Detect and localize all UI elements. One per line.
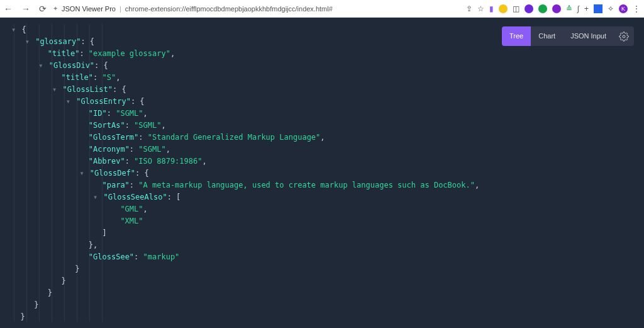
extension-icon: ✦ xyxy=(53,5,58,12)
page-title: JSON Viewer Pro xyxy=(62,5,116,13)
json-string: "example glossary" xyxy=(89,49,170,58)
json-line: "GlossTerm": "Standard Generalized Marku… xyxy=(11,132,639,144)
json-line: ▾ "GlossDiv": { xyxy=(11,60,639,72)
json-key[interactable]: "GlossDiv" xyxy=(49,61,94,70)
json-string: "SGML" xyxy=(116,109,143,118)
json-line: "Acronym": "SGML", xyxy=(11,144,639,156)
browser-toolbar: ← → ⟳ ✦ JSON Viewer Pro | chrome-extensi… xyxy=(0,0,644,18)
json-string: "S" xyxy=(103,73,116,82)
ext-icon-violet-dot[interactable] xyxy=(552,4,561,13)
reload-icon[interactable]: ⟳ xyxy=(39,4,47,13)
json-line: }, xyxy=(11,239,639,251)
extension-tray: ⇪ ☆ ▮ ◫ ≙ ∫ + ✧ K ⋮ xyxy=(466,4,640,13)
json-line: } xyxy=(11,263,639,275)
ext-icon-purple-hex[interactable] xyxy=(525,4,533,13)
json-string: "XML" xyxy=(120,217,143,225)
address-bar[interactable]: ✦ JSON Viewer Pro | chrome-extension://e… xyxy=(53,5,460,13)
svg-point-0 xyxy=(623,35,625,38)
ext-integral-icon[interactable]: ∫ xyxy=(577,4,579,13)
puzzle-icon[interactable]: ✧ xyxy=(608,4,614,13)
json-string: "SGML" xyxy=(138,145,165,154)
address-separator: | xyxy=(119,5,121,13)
json-line: } xyxy=(11,287,639,299)
json-line: ▾ "GlossSeeAlso": [ xyxy=(11,191,639,203)
json-line: } xyxy=(11,275,639,287)
json-line: "ID": "SGML", xyxy=(11,108,639,120)
json-tree: ▾ { ▾ "glossary": { "title": "example gl… xyxy=(11,24,639,323)
collapse-toggle[interactable]: ▾ xyxy=(93,193,97,201)
json-line: "SortAs": "SGML", xyxy=(11,120,639,132)
json-string: "markup" xyxy=(143,252,180,261)
json-key[interactable]: "para" xyxy=(103,181,130,189)
json-line: "para": "A meta-markup language, used to… xyxy=(11,179,639,191)
share-icon[interactable]: ⇪ xyxy=(466,4,472,13)
ext-icon-blue-l[interactable] xyxy=(594,4,602,13)
collapse-toggle[interactable]: ▾ xyxy=(25,37,30,46)
nav-controls: ← → ⟳ xyxy=(4,4,47,13)
tab-tree[interactable]: Tree xyxy=(502,26,531,46)
json-line: ▾ "GlossDef": { xyxy=(11,167,639,179)
json-key[interactable]: "glossary" xyxy=(35,37,80,46)
star-icon[interactable]: ☆ xyxy=(477,4,484,13)
json-line: "GlossSee": "markup" xyxy=(11,251,639,263)
json-line: ▾ "GlossEntry": { xyxy=(11,96,639,108)
json-key[interactable]: "GlossEntry" xyxy=(76,97,131,106)
collapse-toggle[interactable]: ▾ xyxy=(66,97,70,106)
ext-icon-yellow-dot[interactable] xyxy=(499,4,508,13)
ext-plus-icon[interactable]: + xyxy=(584,4,589,13)
json-line: ▾ "GlossList": { xyxy=(11,84,639,96)
json-string: "SGML" xyxy=(134,121,161,130)
ext-purple-bar[interactable]: ▮ xyxy=(489,4,494,13)
json-key[interactable]: "Acronym" xyxy=(89,145,130,154)
json-key[interactable]: "ID" xyxy=(89,109,107,118)
json-line: } xyxy=(11,299,639,311)
url-path: chrome-extension://eifflpmocdbdmepbjaopk… xyxy=(125,5,333,13)
json-string: "Standard Generalized Markup Language" xyxy=(148,133,321,142)
back-icon[interactable]: ← xyxy=(4,4,13,13)
json-key[interactable]: "SortAs" xyxy=(89,121,125,130)
json-line: "Abbrev": "ISO 8879:1986", xyxy=(11,156,639,167)
json-line: "XML" xyxy=(11,215,639,227)
gear-icon xyxy=(619,31,629,42)
json-line: "title": "example glossary", xyxy=(11,48,639,60)
json-key[interactable]: "GlossList" xyxy=(63,85,113,94)
json-key[interactable]: "GlossTerm" xyxy=(89,133,138,142)
tab-chart[interactable]: Chart xyxy=(531,26,563,46)
json-string: "GML" xyxy=(120,205,143,213)
view-mode-tabs: Tree Chart JSON Input xyxy=(502,26,634,46)
ext-tree-icon[interactable]: ≙ xyxy=(566,4,572,13)
json-line: "title": "S", xyxy=(11,72,639,84)
json-key[interactable]: "Abbrev" xyxy=(89,157,125,166)
ext-icon-green-dot[interactable] xyxy=(538,4,547,13)
json-line: ] xyxy=(11,227,639,239)
json-key[interactable]: "GlossDef" xyxy=(90,169,135,178)
json-key[interactable]: "GlossSeeAlso" xyxy=(104,193,167,201)
json-string: "A meta-markup language, used to create … xyxy=(138,181,475,189)
forward-icon[interactable]: → xyxy=(21,4,30,13)
settings-button[interactable] xyxy=(614,26,634,46)
json-key[interactable]: "GlossSee" xyxy=(89,252,134,261)
json-line: } xyxy=(11,311,639,323)
collapse-toggle[interactable]: ▾ xyxy=(79,169,84,178)
collapse-toggle[interactable]: ▾ xyxy=(52,85,57,94)
json-string: "ISO 8879:1986" xyxy=(134,157,202,166)
json-line: "GML", xyxy=(11,203,639,215)
tab-json-input[interactable]: JSON Input xyxy=(563,26,614,46)
kebab-menu-icon[interactable]: ⋮ xyxy=(633,4,640,13)
json-viewer: Tree Chart JSON Input ▾ { ▾ "glossary": … xyxy=(0,18,644,328)
profile-avatar[interactable]: K xyxy=(619,4,628,13)
ext-frame-icon[interactable]: ◫ xyxy=(513,4,519,13)
